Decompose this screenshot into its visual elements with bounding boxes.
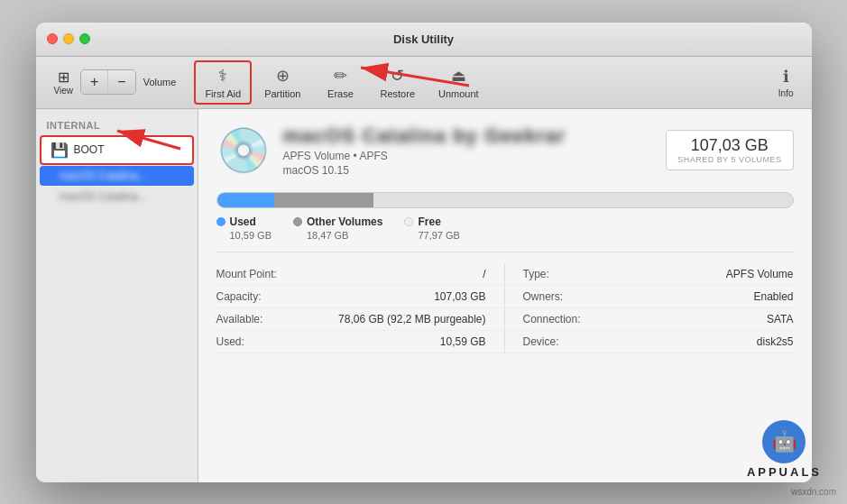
erase-button[interactable]: ✏ Erase [313, 60, 367, 105]
partition-button[interactable]: ⊕ Partition [253, 60, 311, 105]
toolbar-right: ℹ Info [771, 63, 801, 102]
remove-volume-button[interactable]: − [108, 70, 134, 94]
first-aid-label: First Aid [205, 88, 241, 99]
detail-row-used: Used: 10,59 GB [216, 331, 505, 353]
restore-button[interactable]: ↺ Restore [369, 60, 426, 105]
capacity-label: Capacity: [216, 290, 262, 303]
add-remove-group: + − [80, 69, 136, 95]
detail-panel: 💿 macOS Catalina by Geekrar APFS Volume … [198, 109, 812, 482]
detail-size-box: 107,03 GB SHARED BY 5 VOLUMES [666, 130, 793, 170]
appuals-watermark: 🤖 APPUALS [747, 420, 822, 479]
sidebar-sub-macos[interactable]: macOS Catalina... [40, 166, 194, 186]
legend-other: Other Volumes 18,47 GB [293, 215, 382, 241]
view-icon: ⊞ [58, 69, 69, 86]
disk-image: 💿 [216, 124, 271, 178]
storage-used-segment [217, 193, 274, 207]
connection-value: SATA [767, 313, 794, 325]
legend-free-dot [404, 217, 413, 226]
add-volume-button[interactable]: + [81, 70, 107, 94]
legend-used-text: Used [230, 215, 256, 228]
first-aid-button[interactable]: ⚕ First Aid [194, 60, 252, 105]
available-label: Available: [216, 313, 263, 325]
owners-value: Enabled [753, 290, 793, 303]
used-value: 10,59 GB [440, 335, 486, 348]
maximize-button[interactable] [79, 33, 90, 44]
storage-bar-container: Used 10,59 GB Other Volumes 18,47 GB [216, 192, 794, 241]
legend-free: Free 77,97 GB [404, 215, 459, 241]
detail-row-connection: Connection: SATA [505, 308, 794, 331]
sidebar-item-boot[interactable]: 💾 BOOT [40, 135, 194, 165]
detail-row-available: Available: 78,06 GB (92,2 MB purgeable) [216, 308, 505, 331]
partition-icon: ⊕ [276, 66, 290, 86]
legend-used: Used 10,59 GB [216, 215, 272, 241]
add-icon: + [90, 74, 98, 90]
available-value: 78,06 GB (92,2 MB purgeable) [338, 313, 485, 325]
erase-icon: ✏ [334, 66, 347, 86]
titlebar: Disk Utility [36, 23, 812, 57]
mount-value: / [483, 268, 485, 280]
first-aid-icon: ⚕ [218, 66, 227, 86]
toolbar-actions: ⚕ First Aid ⊕ Partition ✏ Erase ↺ Restor… [194, 60, 770, 105]
sub-item-label: macOS Catalina... [60, 170, 147, 182]
divider [216, 252, 794, 252]
detail-header: 💿 macOS Catalina by Geekrar APFS Volume … [216, 124, 794, 178]
main-window: Disk Utility ⊞ View + − Vol [36, 23, 812, 482]
volume-controls: + − Volume [80, 69, 176, 95]
minimize-button[interactable] [63, 33, 74, 44]
info-icon: ℹ [783, 67, 789, 87]
unmount-icon: ⏏ [451, 66, 466, 86]
device-label: Device: [523, 335, 559, 348]
storage-legend: Used 10,59 GB Other Volumes 18,47 GB [216, 215, 794, 241]
details-col-left: Mount Point: / Capacity: 107,03 GB Avail… [216, 263, 505, 353]
window-title: Disk Utility [393, 32, 454, 46]
boot-label: BOOT [74, 143, 105, 156]
details-col-right: Type: APFS Volume Owners: Enabled Connec… [505, 263, 794, 353]
unmount-label: Unmount [438, 88, 479, 99]
type-value: APFS Volume [726, 268, 794, 280]
disk-icon: 💾 [51, 142, 69, 159]
storage-other-segment [274, 193, 373, 207]
remove-icon: − [117, 74, 125, 90]
detail-info: macOS Catalina by Geekrar APFS Volume • … [283, 124, 654, 177]
toolbar: ⊞ View + − Volume ⚕ [36, 57, 812, 109]
legend-used-dot [216, 217, 226, 226]
detail-row-device: Device: disk2s5 [505, 331, 794, 353]
detail-row-owners: Owners: Enabled [505, 286, 794, 308]
storage-bar [216, 192, 794, 208]
legend-free-label: Free [404, 215, 459, 228]
detail-row-type: Type: APFS Volume [505, 263, 794, 286]
legend-free-value: 77,97 GB [404, 230, 459, 241]
sub-item-2-label: macOS Catalina... [60, 190, 147, 203]
sidebar-section-internal: Internal [36, 116, 198, 134]
legend-other-label: Other Volumes [293, 215, 382, 228]
legend-other-dot [293, 217, 302, 226]
volume-label: Volume [143, 77, 177, 87]
used-label: Used: [216, 335, 244, 348]
appuals-logo-text: APPUALS [747, 465, 822, 479]
connection-label: Connection: [523, 313, 581, 325]
traffic-lights [47, 33, 90, 44]
partition-label: Partition [264, 88, 300, 99]
detail-size-number: 107,03 GB [677, 136, 781, 155]
legend-other-text: Other Volumes [307, 215, 382, 228]
view-label: View [54, 86, 74, 96]
legend-free-text: Free [418, 215, 440, 228]
legend-used-value: 10,59 GB [216, 230, 272, 241]
device-value: disk2s5 [757, 335, 794, 348]
restore-icon: ↺ [391, 66, 404, 86]
view-button[interactable]: ⊞ View [47, 65, 81, 99]
unmount-button[interactable]: ⏏ Unmount [428, 60, 490, 105]
sidebar-sub-item-2[interactable]: macOS Catalina... [40, 187, 194, 206]
capacity-value: 107,03 GB [434, 290, 485, 303]
close-button[interactable] [47, 33, 58, 44]
restore-label: Restore [380, 88, 415, 99]
detail-row-mount: Mount Point: / [216, 263, 505, 286]
owners-label: Owners: [523, 290, 564, 303]
legend-used-label: Used [216, 215, 272, 228]
detail-disk-name: macOS Catalina by Geekrar [283, 124, 654, 148]
detail-row-capacity: Capacity: 107,03 GB [216, 286, 505, 308]
sidebar: Internal 💾 BOOT macOS Catalina... macOS … [36, 109, 198, 482]
detail-size-label: SHARED BY 5 VOLUMES [677, 155, 781, 164]
info-button[interactable]: ℹ Info [771, 63, 801, 102]
detail-disk-os: macOS 10.15 [283, 164, 654, 177]
